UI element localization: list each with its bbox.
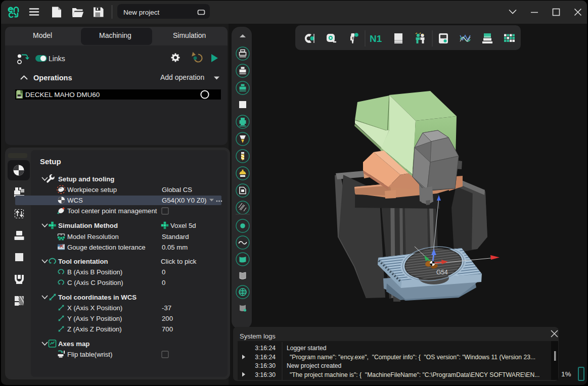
svg-text:DECKEL MAHO DMU60: DECKEL MAHO DMU60 — [25, 91, 100, 99]
svg-text:G54(X0 Y0 Z0): G54(X0 Y0 Z0) — [162, 197, 206, 204]
svg-text:Gouge detection tolerance: Gouge detection tolerance — [67, 244, 146, 251]
svg-text:B (Axis B Position): B (Axis B Position) — [67, 268, 122, 276]
svg-text:Logger started: Logger started — [287, 345, 327, 352]
svg-text:Tool coordinates in WCS: Tool coordinates in WCS — [58, 294, 137, 301]
svg-text:Model Resolution: Model Resolution — [67, 233, 119, 240]
svg-text:Click to pick: Click to pick — [161, 258, 197, 265]
svg-text:System logs: System logs — [240, 332, 276, 340]
svg-text:3:16:24: 3:16:24 — [255, 354, 276, 361]
svg-text:Global CS: Global CS — [162, 186, 192, 194]
svg-text:Setup: Setup — [40, 157, 61, 166]
svg-text:E: E — [352, 36, 354, 40]
svg-text:Simulation Method: Simulation Method — [58, 222, 118, 229]
svg-text:3:16:30: 3:16:30 — [255, 371, 276, 378]
svg-text:G54: G54 — [436, 269, 448, 276]
svg-text:Add operation: Add operation — [160, 73, 204, 81]
svg-text:Voxel 5d: Voxel 5d — [170, 222, 196, 229]
svg-text:Operations: Operations — [33, 74, 72, 82]
svg-text:3:16:24: 3:16:24 — [255, 345, 276, 352]
svg-text:Y (Axis Y Position): Y (Axis Y Position) — [67, 315, 122, 322]
svg-text:0.05 mm: 0.05 mm — [162, 244, 188, 251]
svg-text:New project created: New project created — [287, 362, 341, 369]
svg-text:-37: -37 — [162, 304, 171, 312]
svg-text:Links: Links — [49, 55, 65, 63]
svg-text:Standard: Standard — [162, 233, 189, 240]
svg-text:C (Axis C Position): C (Axis C Position) — [67, 279, 123, 286]
svg-text:Setup and tooling: Setup and tooling — [58, 175, 114, 183]
svg-text:"Program name": "ency.exe", ": "Program name": "ency.exe", "Computer in… — [290, 354, 535, 361]
svg-text:Z (Axis Z Position): Z (Axis Z Position) — [67, 325, 122, 333]
svg-text:"The project machine is": { ": "The project machine is": { "MachineFile… — [290, 371, 539, 378]
svg-text:0: 0 — [162, 279, 165, 286]
svg-text:200: 200 — [162, 315, 173, 322]
svg-text:X (Axis X Position): X (Axis X Position) — [67, 304, 122, 312]
svg-text:Tool orientation: Tool orientation — [58, 258, 108, 265]
svg-text:N1: N1 — [370, 33, 382, 44]
svg-text:Flip table(wrist): Flip table(wrist) — [67, 351, 112, 358]
svg-text:3:16:30: 3:16:30 — [255, 362, 276, 369]
svg-text:700: 700 — [162, 325, 173, 333]
svg-text:0: 0 — [162, 268, 165, 276]
svg-text:Workpiece setup: Workpiece setup — [67, 186, 117, 194]
svg-text:New project: New project — [123, 9, 160, 16]
svg-text:WCS: WCS — [67, 197, 83, 204]
svg-text:Axes map: Axes map — [58, 340, 89, 348]
svg-text:Tool center point management: Tool center point management — [67, 207, 157, 215]
